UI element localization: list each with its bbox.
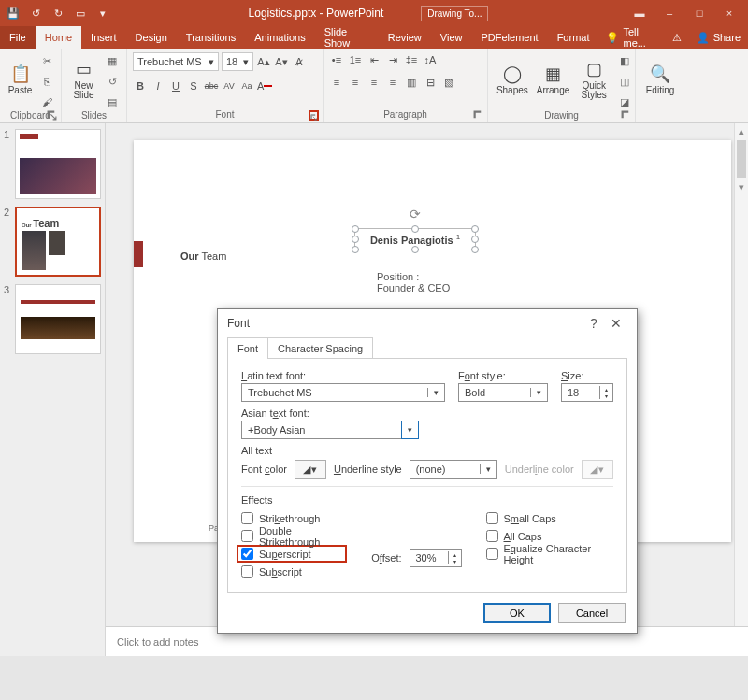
section-icon[interactable]: ▤ <box>104 93 121 110</box>
superscript-checkbox[interactable]: Superscript <box>237 545 347 563</box>
close-button[interactable]: × <box>716 4 742 22</box>
font-color-picker[interactable]: ◢▾ <box>295 460 326 479</box>
reset-icon[interactable]: ↺ <box>104 73 121 90</box>
tab-view[interactable]: View <box>431 26 472 49</box>
scroll-down-icon[interactable]: ▾ <box>735 179 748 194</box>
tab-pdfelement[interactable]: PDFelement <box>471 26 547 49</box>
scroll-up-icon[interactable]: ▴ <box>735 123 748 138</box>
dialog-close-button[interactable]: ✕ <box>605 312 627 335</box>
bold-button[interactable]: B <box>133 79 148 93</box>
columns-icon[interactable]: ▥ <box>404 75 419 90</box>
font-name-dropdown[interactable]: Trebuchet MS▾ <box>133 52 219 71</box>
underline-style-combo[interactable]: (none)▾ <box>410 460 497 479</box>
asian-font-combo[interactable]: +Body Asian▾ <box>241 421 419 439</box>
tab-transitions[interactable]: Transitions <box>177 26 245 49</box>
redo-icon[interactable]: ↻ <box>50 6 65 21</box>
layout-icon[interactable]: ▦ <box>104 52 121 69</box>
char-spacing-button[interactable]: AV <box>222 79 237 93</box>
thumbnail-1[interactable]: 1 <box>4 129 101 199</box>
shape-effects-icon[interactable]: ◪ <box>616 93 633 110</box>
maximize-button[interactable]: □ <box>686 4 712 22</box>
chevron-down-icon[interactable]: ▾ <box>530 388 547 397</box>
cut-icon[interactable]: ✂ <box>38 52 55 69</box>
share-button[interactable]: 👤Share <box>689 26 748 49</box>
qat-more-icon[interactable]: ▾ <box>95 6 110 21</box>
format-painter-icon[interactable]: 🖌 <box>38 93 55 110</box>
tab-home[interactable]: Home <box>36 26 81 49</box>
double-strike-checkbox[interactable]: Double Strikethrough <box>241 527 347 545</box>
size-spinner[interactable]: 18▴▾ <box>561 383 613 402</box>
paragraph-launcher-icon[interactable] <box>473 110 483 121</box>
minimize-button[interactable]: – <box>656 4 683 22</box>
shrink-font-icon[interactable]: A▾ <box>274 54 289 69</box>
tab-animations[interactable]: Animations <box>245 26 314 49</box>
subscript-checkbox[interactable]: Subscript <box>241 563 347 580</box>
italic-button[interactable]: I <box>151 79 165 93</box>
ok-button[interactable]: OK <box>483 603 551 623</box>
editing-button[interactable]: 🔍Editing <box>641 52 679 107</box>
quick-styles-button[interactable]: ▢Quick Styles <box>575 52 612 107</box>
font-size-dropdown[interactable]: 18▾ <box>222 52 253 71</box>
warning-icon[interactable]: ⚠ <box>665 26 689 49</box>
save-icon[interactable]: 💾 <box>6 6 21 21</box>
drawing-launcher-icon[interactable] <box>621 110 631 121</box>
undo-icon[interactable]: ↺ <box>28 6 43 21</box>
align-text-icon[interactable]: ⊟ <box>423 75 438 90</box>
dialog-titlebar[interactable]: Font ? ✕ <box>218 309 637 337</box>
tab-file[interactable]: File <box>0 26 36 49</box>
change-case-button[interactable]: Aa <box>239 79 254 93</box>
tab-design[interactable]: Design <box>126 26 177 49</box>
smartart-icon[interactable]: ▧ <box>441 75 456 90</box>
align-left-icon[interactable]: ≡ <box>329 75 344 90</box>
equalize-checkbox[interactable]: Equalize Character Height <box>486 545 614 563</box>
chevron-down-icon[interactable]: ▾ <box>401 421 419 439</box>
latin-font-combo[interactable]: Trebuchet MS▾ <box>241 383 445 402</box>
numbering-icon[interactable]: 1≡ <box>348 52 363 67</box>
font-dialog-launcher-icon[interactable] <box>309 110 319 121</box>
arrange-button[interactable]: ▦Arrange <box>535 52 572 107</box>
tab-review[interactable]: Review <box>379 26 431 49</box>
shapes-button[interactable]: ◯Shapes <box>494 52 531 107</box>
scroll-thumb[interactable] <box>737 140 746 178</box>
tab-format[interactable]: Format <box>548 26 599 49</box>
text-direction-icon[interactable]: ↕A <box>423 52 438 67</box>
bullets-icon[interactable]: •≡ <box>329 52 344 67</box>
chevron-down-icon[interactable]: ▾ <box>427 388 444 397</box>
selected-textbox[interactable]: Denis Panagiotis 1 ⟳ <box>354 228 476 250</box>
shape-outline-icon[interactable]: ◫ <box>616 73 633 90</box>
tab-slideshow[interactable]: Slide Show <box>315 26 379 49</box>
dialog-tab-spacing[interactable]: Character Spacing <box>267 337 373 359</box>
start-slideshow-icon[interactable]: ▭ <box>73 6 88 21</box>
spin-up-icon[interactable]: ▴ <box>449 551 461 558</box>
line-spacing-icon[interactable]: ‡≡ <box>404 52 419 67</box>
strike-button[interactable]: abc <box>204 79 219 93</box>
align-center-icon[interactable]: ≡ <box>348 75 363 90</box>
grow-font-icon[interactable]: A▴ <box>256 54 271 69</box>
ribbon-options-icon[interactable]: ▬ <box>626 4 653 22</box>
dialog-tab-font[interactable]: Font <box>227 337 268 359</box>
thumbnail-3[interactable]: 3 <box>4 284 101 354</box>
copy-icon[interactable]: ⎘ <box>38 73 55 90</box>
shadow-button[interactable]: S <box>186 79 201 93</box>
thumbnail-2[interactable]: 2Our Team <box>4 207 101 277</box>
justify-icon[interactable]: ≡ <box>385 75 400 90</box>
spin-up-icon[interactable]: ▴ <box>600 386 612 393</box>
underline-button[interactable]: U <box>168 79 183 93</box>
align-right-icon[interactable]: ≡ <box>367 75 381 90</box>
spin-down-icon[interactable]: ▾ <box>449 558 461 564</box>
cancel-button[interactable]: Cancel <box>558 603 626 623</box>
clipboard-launcher-icon[interactable] <box>47 110 57 121</box>
dialog-help-button[interactable]: ? <box>583 312 605 335</box>
rotate-handle-icon[interactable]: ⟳ <box>410 207 421 221</box>
smallcaps-checkbox[interactable]: Small Caps <box>486 509 614 527</box>
vertical-scrollbar[interactable]: ▴ ▾ <box>734 123 748 626</box>
chevron-down-icon[interactable]: ▾ <box>480 464 496 474</box>
increase-indent-icon[interactable]: ⇥ <box>385 52 400 67</box>
paste-button[interactable]: 📋 Paste <box>6 52 35 107</box>
shape-fill-icon[interactable]: ◧ <box>616 52 633 69</box>
font-style-combo[interactable]: Bold▾ <box>458 383 548 402</box>
font-color-button[interactable]: A <box>257 79 272 93</box>
clear-format-icon[interactable]: A̷ <box>292 54 307 69</box>
new-slide-button[interactable]: ▭ New Slide <box>67 52 100 107</box>
tell-me[interactable]: 💡Tell me... <box>598 26 664 49</box>
